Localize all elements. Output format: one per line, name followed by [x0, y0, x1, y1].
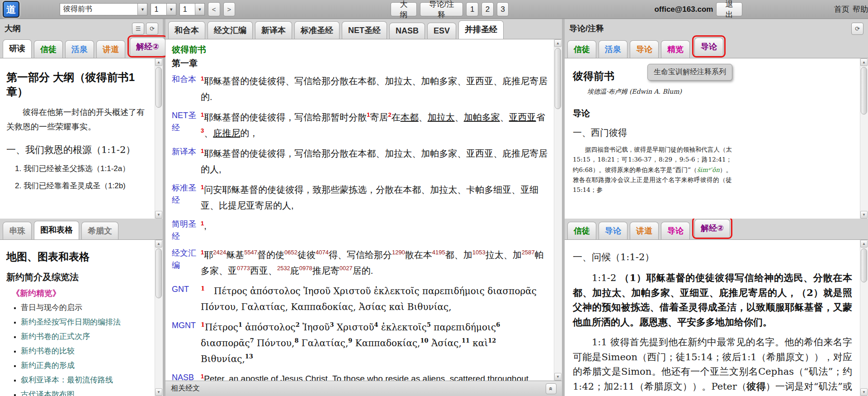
home-link[interactable]: 首页 [834, 4, 849, 14]
scroll-down-icon[interactable]: ▼ [554, 373, 561, 381]
list-view-icon[interactable]: ☰ [132, 23, 144, 35]
refresh-icon[interactable]: ⟳ [851, 23, 863, 35]
scroll-up-icon[interactable]: ▲ [155, 240, 162, 248]
scrollbar[interactable]: ▲ ▼ [860, 240, 868, 396]
text-segment-u[interactable]: 本都 [401, 112, 419, 122]
tab-biaozhun[interactable]: 标准圣经 [294, 21, 340, 39]
scroll-up-icon[interactable]: ▲ [860, 58, 868, 66]
tab-chuanzhu[interactable]: 串珠 [3, 222, 32, 239]
text-segment-u[interactable]: 庇推尼 [213, 128, 240, 138]
tab-daolun-magenta[interactable]: 导论 [661, 222, 690, 239]
tab-bingpai[interactable]: 并排圣经 [458, 20, 504, 39]
text-segment-str[interactable]: 2424 [213, 249, 226, 256]
text-segment-txt: Γαλατίας, [298, 338, 348, 348]
text-segment-b: 彼得 [746, 381, 765, 392]
tab-yandu[interactable]: 研读 [3, 39, 32, 58]
version-link[interactable]: GNT [172, 283, 201, 315]
text-segment-str[interactable]: 5547 [244, 249, 257, 256]
scroll-thumb[interactable] [861, 67, 867, 115]
tab-esv[interactable]: ESV [427, 23, 456, 39]
next-button[interactable]: > [223, 2, 236, 16]
tab-nasb[interactable]: NASB [389, 23, 425, 39]
tab-tuhebiaoge[interactable]: 图和表格 [34, 221, 79, 239]
version-link[interactable]: NET圣经 [172, 110, 201, 141]
version-link[interactable]: 标准圣经 [172, 182, 201, 214]
tab-huoquan[interactable]: 活泉 [65, 40, 94, 58]
tab-xintu-r[interactable]: 信徒 [567, 40, 596, 58]
chart-link[interactable]: 古代译本散布图 [21, 389, 149, 396]
scroll-down-icon[interactable]: ▼ [860, 388, 868, 396]
version-link[interactable]: 简明圣经 [172, 218, 201, 243]
tab-net[interactable]: NET圣经 [342, 21, 387, 39]
text-segment-str[interactable]: 4074 [316, 249, 329, 256]
chart-link[interactable]: 叙利亚译本：最初流传路线 [21, 375, 149, 385]
text-segment-str[interactable]: 1290 [392, 249, 405, 256]
tab-xilawen[interactable]: 希腊文 [81, 222, 118, 239]
text-segment-str[interactable]: 0773 [237, 265, 250, 272]
scroll-up-icon[interactable]: ▲ [155, 58, 162, 66]
scroll-up-icon[interactable]: ▲ [554, 39, 561, 47]
tab-xinyiben[interactable]: 新译本 [255, 21, 292, 39]
outline-toggle-button[interactable]: 大纲 [391, 2, 417, 16]
version-link[interactable]: 新译本 [172, 146, 201, 177]
scrollbar[interactable]: ▲ ▼ [554, 39, 562, 381]
tab-jiejing2-r[interactable]: 解经② [694, 219, 730, 237]
verse-select[interactable]: 1 ▼ [179, 3, 205, 15]
columns-3-button[interactable]: 3 [497, 2, 509, 16]
scroll-down-icon[interactable]: ▼ [860, 211, 868, 219]
columns-2-button[interactable]: 2 [481, 2, 494, 16]
scroll-thumb[interactable] [156, 248, 162, 298]
scrollbar[interactable]: ▲ ▼ [860, 58, 868, 219]
tab-jingwenhuibian[interactable]: 经文汇编 [208, 21, 253, 39]
tab-xintu[interactable]: 信徒 [34, 40, 63, 58]
tab-jinglan[interactable]: 精览 [661, 40, 690, 58]
app-logo[interactable]: 道 [3, 1, 19, 18]
text-segment-str[interactable]: 1053 [472, 249, 486, 256]
tab-daolun-purple[interactable]: 导论 [694, 38, 723, 55]
version-link[interactable]: 和合本 [172, 73, 201, 105]
scroll-down-icon[interactable]: ▼ [155, 211, 162, 219]
chart-link[interactable]: 新约书卷的正式次序 [21, 331, 149, 342]
chart-link[interactable]: 昔日与现今的启示 [21, 302, 149, 313]
text-segment-u[interactable]: 亚西亚 [509, 112, 536, 122]
help-link[interactable]: 帮助 [853, 4, 868, 14]
tab-huoquan-r[interactable]: 活泉 [599, 40, 627, 58]
related-verses-bar[interactable]: 相关经文 « [165, 381, 562, 396]
tab-jiangdao[interactable]: 讲道 [96, 40, 125, 58]
text-segment-u[interactable]: 加帕多家 [464, 112, 500, 122]
columns-1-button[interactable]: 1 [466, 2, 478, 16]
scroll-up-icon[interactable]: ▲ [860, 240, 868, 248]
scroll-thumb[interactable] [156, 67, 162, 108]
tab-jiangdao-r[interactable]: 讲道 [630, 222, 659, 239]
chapter-select[interactable]: 1 ▼ [151, 3, 176, 15]
version-link[interactable]: NASB [172, 372, 201, 381]
tab-hehe[interactable]: 和合本 [168, 21, 205, 39]
version-link[interactable]: 经文汇编 [172, 247, 201, 279]
version-link[interactable]: MGNT [172, 320, 201, 367]
book-select[interactable]: 彼得前书 ▼ [60, 3, 147, 15]
scroll-down-icon[interactable]: ▼ [155, 388, 162, 396]
text-segment-str[interactable]: 0978 [299, 265, 312, 272]
scrollbar[interactable]: ▲ ▼ [155, 58, 163, 219]
tab-daolun-orange[interactable]: 导论 [630, 40, 659, 58]
scrollbar[interactable]: ▲ ▼ [155, 240, 163, 396]
tab-xintu-r2[interactable]: 信徒 [567, 222, 596, 239]
text-segment-str[interactable]: 0652 [284, 249, 297, 256]
tab-daolun-blue[interactable]: 导论 [599, 222, 627, 239]
tab-jiejing2[interactable]: 解经② [130, 38, 165, 55]
refresh-icon[interactable]: ⟳ [146, 23, 158, 35]
chart-link[interactable]: 新约正典的形成 [21, 360, 149, 371]
scroll-thumb[interactable] [861, 248, 867, 282]
chart-link[interactable]: 新约书卷的比较 [21, 346, 149, 356]
logout-button[interactable]: 退出 [716, 2, 742, 16]
text-segment-str[interactable]: 4195 [432, 249, 445, 256]
text-segment-u[interactable]: 加拉太 [428, 112, 455, 122]
text-segment-str[interactable]: 0027 [340, 265, 353, 272]
text-segment-str[interactable]: 2532 [277, 265, 290, 272]
expand-panel-button[interactable]: « [546, 383, 557, 394]
prev-button[interactable]: < [208, 2, 220, 16]
scroll-thumb[interactable] [555, 48, 561, 109]
chart-link[interactable]: 新约圣经按写作日期的编排法 [21, 317, 149, 327]
text-segment-str[interactable]: 2587 [522, 249, 535, 256]
intro-notes-toggle-button[interactable]: 导论/注释 [420, 2, 463, 16]
